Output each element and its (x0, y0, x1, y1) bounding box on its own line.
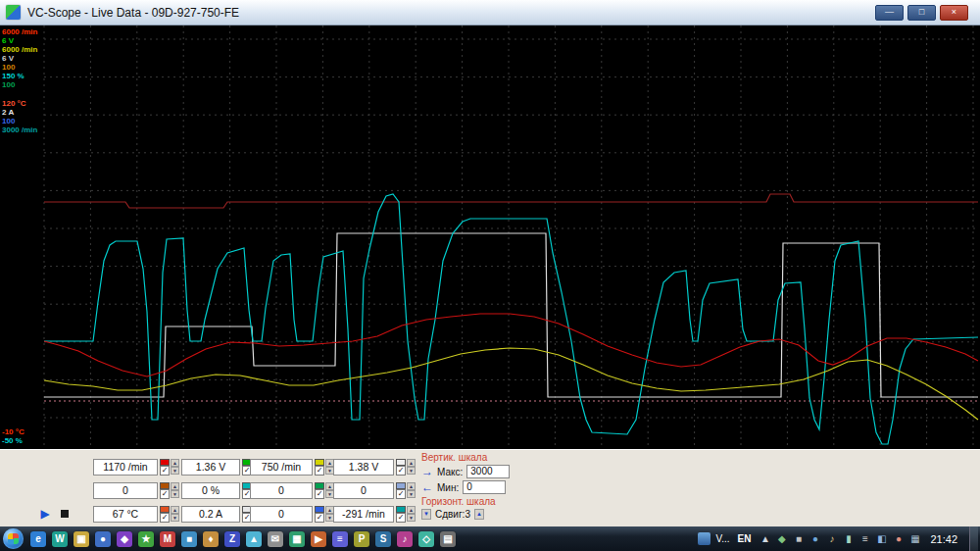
taskbar-app-icon[interactable]: ▲ (246, 531, 262, 547)
channel-group: -291 /min✓▲▼ (333, 506, 416, 524)
channel-value[interactable]: 67 °C (93, 506, 158, 523)
channel-value[interactable]: 0 (93, 482, 158, 499)
tray-icon[interactable]: ♪ (825, 533, 838, 544)
channel-checkbox[interactable]: ✓ (160, 466, 170, 476)
taskbar-app-icon[interactable]: e (30, 531, 46, 547)
channel-controls: ✓ (396, 506, 406, 523)
spinner-down-icon[interactable]: ▼ (407, 467, 416, 475)
start-button[interactable] (3, 528, 24, 549)
trace-red-rpm (44, 314, 978, 376)
taskbar-app-icon[interactable]: W (52, 531, 68, 547)
channel-checkbox[interactable]: ✓ (160, 489, 170, 499)
taskbar-app-icon[interactable]: ♦ (203, 531, 219, 547)
channel-color-swatch (396, 506, 406, 513)
channel-spinner: ▲▼ (407, 482, 416, 498)
spinner-up-icon[interactable]: ▲ (171, 459, 179, 467)
taskbar-clock[interactable]: 21:42 (930, 533, 957, 545)
taskbar-app-icon[interactable]: ★ (138, 531, 154, 547)
title-bar: VC-Scope - Live Data - 09D-927-750-FE — … (0, 0, 980, 25)
spinner-down-icon[interactable]: ▼ (407, 514, 416, 522)
tray-icon[interactable]: ≡ (858, 533, 871, 544)
tray-icon[interactable]: ▮ (842, 533, 855, 544)
spinner-up-icon[interactable]: ▲ (407, 459, 416, 467)
chart-svg (0, 25, 980, 449)
taskbar-app-icon[interactable]: ♪ (397, 531, 413, 547)
system-tray: V... EN ▲◆■●♪▮≡◧●▦ 21:42 (698, 526, 980, 551)
taskbar-app-icon[interactable]: Z (224, 531, 240, 547)
channel-value[interactable]: 0 (250, 482, 313, 499)
channel-value[interactable]: 0 % (181, 482, 240, 499)
taskbar-app-icon[interactable]: ✉ (268, 531, 283, 547)
channel-checkbox[interactable]: ✓ (396, 513, 406, 523)
channel-value[interactable]: 0 (250, 506, 313, 523)
taskbar-app-icon[interactable]: ▶ (311, 531, 326, 547)
channel-value[interactable]: 750 /min (250, 459, 313, 476)
channel-checkbox[interactable]: ✓ (315, 513, 324, 523)
channel-checkbox[interactable]: ✓ (160, 513, 170, 523)
spinner-down-icon[interactable]: ▼ (171, 467, 179, 475)
tray-icon[interactable]: ▲ (759, 533, 771, 544)
taskbar-app-icon[interactable]: ◇ (418, 531, 434, 547)
close-button[interactable]: × (940, 5, 968, 21)
channel-checkbox[interactable]: ✓ (315, 489, 324, 499)
show-desktop-button[interactable] (969, 526, 978, 551)
channel-value[interactable]: 1.36 V (181, 459, 240, 476)
trace-darkred-flat (44, 194, 978, 208)
spinner-up-icon[interactable]: ▲ (407, 482, 416, 490)
trace-cyan-percent (44, 194, 978, 444)
spinner-down-icon[interactable]: ▼ (171, 490, 179, 498)
spinner-up-icon[interactable]: ▲ (171, 506, 179, 514)
channel-spinner: ▲▼ (171, 482, 179, 498)
tray-icon[interactable]: ◆ (775, 533, 788, 544)
play-button[interactable]: ▶ (35, 507, 55, 523)
max-input[interactable]: 3000 (466, 465, 510, 478)
channel-controls: ✓ (160, 506, 170, 523)
maximize-button[interactable]: □ (907, 5, 936, 21)
scale-label: 100 (2, 63, 37, 72)
spinner-up-icon[interactable]: ▲ (407, 506, 416, 514)
app-icon (6, 5, 21, 20)
taskbar-app-icon[interactable]: ▤ (440, 531, 456, 547)
taskbar-app-icon[interactable]: ■ (181, 531, 197, 547)
channel-value[interactable]: 0 (333, 482, 394, 499)
taskbar-app-icon[interactable]: S (375, 531, 391, 547)
minimize-button[interactable]: — (875, 5, 904, 21)
channel-value[interactable]: 1.38 V (333, 459, 394, 476)
channel-color-swatch (160, 482, 170, 489)
channel-controls: ✓ (315, 506, 324, 523)
min-input[interactable]: 0 (463, 480, 506, 494)
taskbar-app-icon[interactable]: ≡ (332, 531, 348, 547)
arrow-right-icon: → (421, 465, 433, 478)
taskbar-app-icon[interactable]: ▦ (289, 531, 305, 547)
taskbar-app-icon[interactable]: P (354, 531, 369, 547)
taskbar-app-icon[interactable]: ◆ (117, 531, 132, 547)
channel-controls: ✓ (315, 482, 324, 499)
language-indicator[interactable]: EN (735, 532, 755, 545)
scale-labels-top: 6000 /min6 V6000 /min6 V100150 %100120 °… (2, 27, 37, 134)
tray-icon[interactable]: ● (808, 533, 821, 544)
shift-down-button[interactable]: ▼ (421, 509, 431, 520)
taskbar-app-icon[interactable]: ● (95, 531, 111, 547)
scale-label: 100 (2, 80, 37, 89)
channel-checkbox[interactable]: ✓ (396, 489, 406, 499)
taskbar-app-icon[interactable]: M (160, 531, 175, 547)
scale-label: 6000 /min (2, 27, 37, 36)
channel-checkbox[interactable]: ✓ (315, 466, 324, 476)
channel-value[interactable]: -291 /min (333, 506, 394, 523)
spinner-down-icon[interactable]: ▼ (171, 514, 179, 522)
tray-icon[interactable]: ● (892, 533, 905, 544)
tray-icon[interactable]: ▦ (908, 533, 921, 544)
channel-group: 1170 /min✓▲▼ (93, 459, 179, 476)
tray-app-label[interactable]: V... (715, 533, 729, 544)
tray-icon[interactable]: ◧ (875, 533, 888, 544)
taskbar-app-icon[interactable]: ▣ (74, 531, 89, 547)
channel-spinner: ▲▼ (407, 459, 416, 475)
spinner-up-icon[interactable]: ▲ (171, 482, 179, 490)
tray-app-icon[interactable] (698, 532, 710, 545)
channel-checkbox[interactable]: ✓ (396, 466, 406, 476)
shift-up-button[interactable]: ▲ (474, 509, 484, 520)
channel-value[interactable]: 1170 /min (93, 459, 158, 476)
tray-icon[interactable]: ■ (792, 533, 805, 544)
channel-value[interactable]: 0.2 A (181, 506, 240, 523)
spinner-down-icon[interactable]: ▼ (407, 490, 416, 498)
